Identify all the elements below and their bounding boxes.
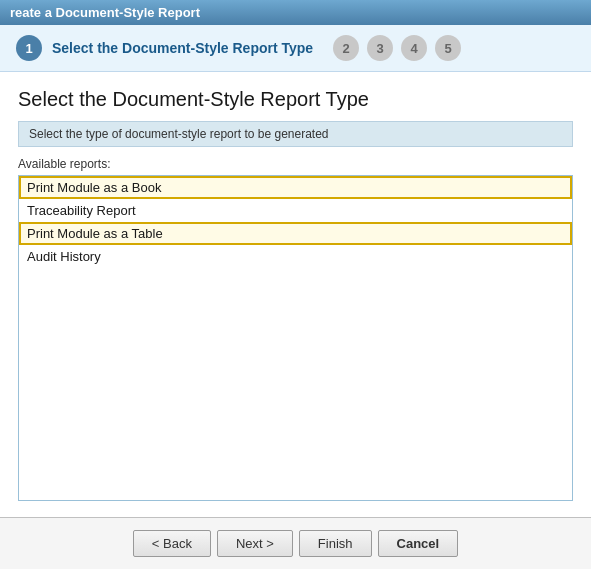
window-titlebar: reate a Document-Style Report xyxy=(0,0,591,25)
step-numbers: 2 3 4 5 xyxy=(333,35,461,61)
next-button[interactable]: Next > xyxy=(217,530,293,557)
page-title: Select the Document-Style Report Type xyxy=(18,88,573,111)
main-content: Select the Document-Style Report Type Se… xyxy=(0,72,591,517)
back-button[interactable]: < Back xyxy=(133,530,211,557)
list-item[interactable]: Print Module as a Book xyxy=(19,176,572,199)
list-item[interactable]: Print Module as a Table xyxy=(19,222,572,245)
window-title: reate a Document-Style Report xyxy=(10,5,200,20)
list-item[interactable]: Traceability Report xyxy=(19,199,572,222)
step-bar: 1 Select the Document-Style Report Type … xyxy=(0,25,591,72)
list-item[interactable]: Audit History xyxy=(19,245,572,268)
footer: < Back Next > Finish Cancel xyxy=(0,517,591,569)
cancel-button[interactable]: Cancel xyxy=(378,530,459,557)
wizard-container: 1 Select the Document-Style Report Type … xyxy=(0,25,591,569)
finish-button[interactable]: Finish xyxy=(299,530,372,557)
section-header: Select the type of document-style report… xyxy=(18,121,573,147)
report-list[interactable]: Print Module as a BookTraceability Repor… xyxy=(18,175,573,501)
step-5-circle: 5 xyxy=(435,35,461,61)
step-4-circle: 4 xyxy=(401,35,427,61)
available-label: Available reports: xyxy=(18,157,573,171)
step-1-label: Select the Document-Style Report Type xyxy=(52,40,313,56)
step-1-circle: 1 xyxy=(16,35,42,61)
step-2-circle: 2 xyxy=(333,35,359,61)
step-3-circle: 3 xyxy=(367,35,393,61)
